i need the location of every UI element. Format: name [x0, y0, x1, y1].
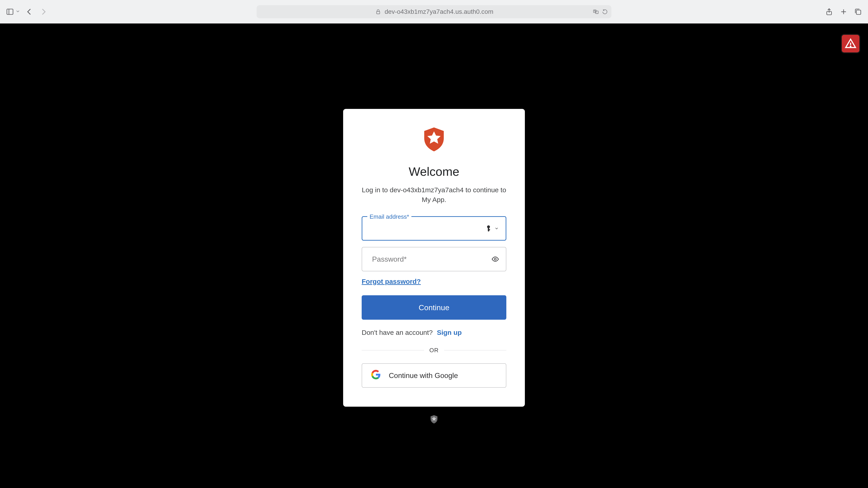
back-button[interactable]	[24, 7, 34, 17]
auth0-badge[interactable]	[429, 414, 439, 424]
svg-point-14	[494, 258, 496, 260]
svg-rect-0	[7, 9, 13, 14]
toolbar-left-group	[5, 7, 49, 17]
google-button-label: Continue with Google	[389, 371, 458, 380]
lock-icon	[375, 8, 381, 15]
address-url: dev-o43xb1mz7ya7ach4.us.auth0.com	[385, 8, 493, 15]
address-bar-right	[592, 8, 608, 15]
or-text: OR	[430, 347, 439, 354]
signup-link[interactable]: Sign up	[437, 329, 462, 336]
tabs-overview-button[interactable]	[853, 7, 863, 17]
sidebar-toggle-group[interactable]	[5, 7, 20, 17]
new-tab-button[interactable]	[839, 7, 848, 17]
password-input[interactable]	[362, 248, 506, 271]
svg-rect-13	[488, 229, 490, 230]
divider-row: OR	[362, 347, 506, 354]
share-button[interactable]	[824, 7, 834, 17]
svg-point-10	[850, 46, 851, 47]
svg-rect-8	[857, 10, 861, 14]
no-account-text: Don't have an account?	[362, 329, 433, 336]
translate-icon[interactable]	[592, 8, 599, 15]
sidebar-toggle-icon	[5, 7, 15, 17]
autofill-icon[interactable]	[485, 225, 499, 232]
address-bar-wrap: dev-o43xb1mz7ya7ach4.us.auth0.com	[256, 5, 612, 18]
google-signin-button[interactable]: Continue with Google	[362, 363, 506, 388]
forward-button[interactable]	[38, 7, 49, 17]
warning-badge[interactable]	[841, 34, 860, 53]
chevron-down-icon	[16, 9, 20, 15]
address-bar[interactable]: dev-o43xb1mz7ya7ach4.us.auth0.com	[256, 5, 612, 18]
address-bar-center: dev-o43xb1mz7ya7ach4.us.auth0.com	[375, 8, 493, 15]
forgot-password-link[interactable]: Forgot password?	[362, 278, 421, 285]
browser-toolbar: dev-o43xb1mz7ya7ach4.us.auth0.com	[0, 0, 868, 24]
show-password-icon[interactable]	[491, 255, 499, 263]
brand-logo	[362, 127, 506, 152]
reload-icon[interactable]	[601, 8, 608, 15]
google-icon	[371, 370, 381, 381]
signup-row: Don't have an account? Sign up	[362, 329, 506, 336]
page-viewport: Welcome Log in to dev-o43xb1mz7ya7ach4 t…	[0, 24, 868, 488]
login-subtitle: Log in to dev-o43xb1mz7ya7ach4 to contin…	[362, 185, 506, 204]
toolbar-right-group	[824, 7, 863, 17]
login-title: Welcome	[362, 164, 506, 178]
password-field-wrapper	[362, 247, 506, 271]
svg-rect-2	[377, 11, 380, 14]
login-card: Welcome Log in to dev-o43xb1mz7ya7ach4 t…	[343, 109, 525, 407]
email-field-wrapper: Email address*	[362, 216, 506, 240]
email-input[interactable]	[362, 217, 506, 240]
continue-button[interactable]: Continue	[362, 295, 506, 320]
